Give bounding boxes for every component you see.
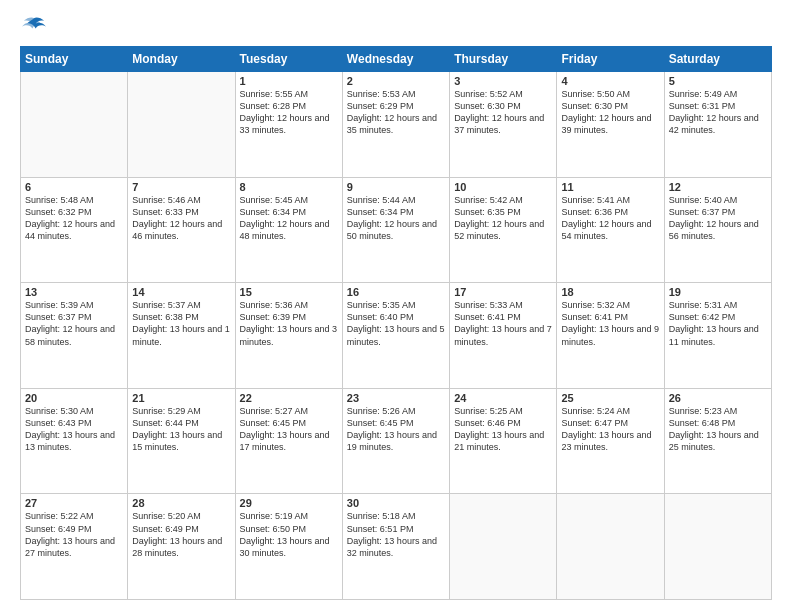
day-info: Sunrise: 5:35 AM Sunset: 6:40 PM Dayligh… — [347, 299, 445, 348]
day-number: 29 — [240, 497, 338, 509]
calendar-cell: 29Sunrise: 5:19 AM Sunset: 6:50 PM Dayli… — [235, 494, 342, 600]
day-info: Sunrise: 5:52 AM Sunset: 6:30 PM Dayligh… — [454, 88, 552, 137]
day-number: 1 — [240, 75, 338, 87]
day-number: 24 — [454, 392, 552, 404]
day-number: 2 — [347, 75, 445, 87]
day-number: 14 — [132, 286, 230, 298]
day-number: 3 — [454, 75, 552, 87]
calendar-week-4: 20Sunrise: 5:30 AM Sunset: 6:43 PM Dayli… — [21, 388, 772, 494]
day-number: 18 — [561, 286, 659, 298]
day-info: Sunrise: 5:29 AM Sunset: 6:44 PM Dayligh… — [132, 405, 230, 454]
calendar-cell: 20Sunrise: 5:30 AM Sunset: 6:43 PM Dayli… — [21, 388, 128, 494]
calendar-cell — [21, 72, 128, 178]
weekday-header-sunday: Sunday — [21, 47, 128, 72]
day-info: Sunrise: 5:22 AM Sunset: 6:49 PM Dayligh… — [25, 510, 123, 559]
day-number: 12 — [669, 181, 767, 193]
day-info: Sunrise: 5:19 AM Sunset: 6:50 PM Dayligh… — [240, 510, 338, 559]
weekday-header-friday: Friday — [557, 47, 664, 72]
day-number: 26 — [669, 392, 767, 404]
day-number: 19 — [669, 286, 767, 298]
day-number: 21 — [132, 392, 230, 404]
day-info: Sunrise: 5:32 AM Sunset: 6:41 PM Dayligh… — [561, 299, 659, 348]
calendar-cell: 16Sunrise: 5:35 AM Sunset: 6:40 PM Dayli… — [342, 283, 449, 389]
calendar-cell — [450, 494, 557, 600]
calendar-cell — [128, 72, 235, 178]
calendar-cell: 24Sunrise: 5:25 AM Sunset: 6:46 PM Dayli… — [450, 388, 557, 494]
calendar-cell: 17Sunrise: 5:33 AM Sunset: 6:41 PM Dayli… — [450, 283, 557, 389]
calendar-cell: 27Sunrise: 5:22 AM Sunset: 6:49 PM Dayli… — [21, 494, 128, 600]
day-info: Sunrise: 5:25 AM Sunset: 6:46 PM Dayligh… — [454, 405, 552, 454]
day-number: 7 — [132, 181, 230, 193]
day-number: 11 — [561, 181, 659, 193]
day-info: Sunrise: 5:45 AM Sunset: 6:34 PM Dayligh… — [240, 194, 338, 243]
day-info: Sunrise: 5:24 AM Sunset: 6:47 PM Dayligh… — [561, 405, 659, 454]
logo-bird-icon — [22, 16, 46, 36]
calendar-table: SundayMondayTuesdayWednesdayThursdayFrid… — [20, 46, 772, 600]
day-number: 15 — [240, 286, 338, 298]
day-number: 9 — [347, 181, 445, 193]
weekday-header-tuesday: Tuesday — [235, 47, 342, 72]
calendar-cell: 2Sunrise: 5:53 AM Sunset: 6:29 PM Daylig… — [342, 72, 449, 178]
calendar-cell: 3Sunrise: 5:52 AM Sunset: 6:30 PM Daylig… — [450, 72, 557, 178]
day-info: Sunrise: 5:49 AM Sunset: 6:31 PM Dayligh… — [669, 88, 767, 137]
day-number: 10 — [454, 181, 552, 193]
day-info: Sunrise: 5:37 AM Sunset: 6:38 PM Dayligh… — [132, 299, 230, 348]
day-info: Sunrise: 5:23 AM Sunset: 6:48 PM Dayligh… — [669, 405, 767, 454]
calendar-cell: 13Sunrise: 5:39 AM Sunset: 6:37 PM Dayli… — [21, 283, 128, 389]
calendar-cell: 7Sunrise: 5:46 AM Sunset: 6:33 PM Daylig… — [128, 177, 235, 283]
calendar-cell: 14Sunrise: 5:37 AM Sunset: 6:38 PM Dayli… — [128, 283, 235, 389]
calendar-week-1: 1Sunrise: 5:55 AM Sunset: 6:28 PM Daylig… — [21, 72, 772, 178]
day-info: Sunrise: 5:18 AM Sunset: 6:51 PM Dayligh… — [347, 510, 445, 559]
calendar-cell: 15Sunrise: 5:36 AM Sunset: 6:39 PM Dayli… — [235, 283, 342, 389]
logo — [20, 18, 46, 38]
calendar-cell: 28Sunrise: 5:20 AM Sunset: 6:49 PM Dayli… — [128, 494, 235, 600]
calendar-week-2: 6Sunrise: 5:48 AM Sunset: 6:32 PM Daylig… — [21, 177, 772, 283]
day-number: 13 — [25, 286, 123, 298]
day-info: Sunrise: 5:44 AM Sunset: 6:34 PM Dayligh… — [347, 194, 445, 243]
day-info: Sunrise: 5:39 AM Sunset: 6:37 PM Dayligh… — [25, 299, 123, 348]
day-number: 22 — [240, 392, 338, 404]
calendar-cell: 1Sunrise: 5:55 AM Sunset: 6:28 PM Daylig… — [235, 72, 342, 178]
calendar-cell: 25Sunrise: 5:24 AM Sunset: 6:47 PM Dayli… — [557, 388, 664, 494]
calendar-cell: 26Sunrise: 5:23 AM Sunset: 6:48 PM Dayli… — [664, 388, 771, 494]
weekday-header-wednesday: Wednesday — [342, 47, 449, 72]
calendar-header-row: SundayMondayTuesdayWednesdayThursdayFrid… — [21, 47, 772, 72]
day-info: Sunrise: 5:41 AM Sunset: 6:36 PM Dayligh… — [561, 194, 659, 243]
weekday-header-saturday: Saturday — [664, 47, 771, 72]
calendar-cell: 30Sunrise: 5:18 AM Sunset: 6:51 PM Dayli… — [342, 494, 449, 600]
day-number: 25 — [561, 392, 659, 404]
header — [20, 18, 772, 38]
calendar-week-5: 27Sunrise: 5:22 AM Sunset: 6:49 PM Dayli… — [21, 494, 772, 600]
calendar-cell: 21Sunrise: 5:29 AM Sunset: 6:44 PM Dayli… — [128, 388, 235, 494]
calendar-cell: 22Sunrise: 5:27 AM Sunset: 6:45 PM Dayli… — [235, 388, 342, 494]
weekday-header-monday: Monday — [128, 47, 235, 72]
page: SundayMondayTuesdayWednesdayThursdayFrid… — [0, 0, 792, 612]
day-number: 16 — [347, 286, 445, 298]
calendar-cell: 10Sunrise: 5:42 AM Sunset: 6:35 PM Dayli… — [450, 177, 557, 283]
calendar-cell: 11Sunrise: 5:41 AM Sunset: 6:36 PM Dayli… — [557, 177, 664, 283]
day-info: Sunrise: 5:27 AM Sunset: 6:45 PM Dayligh… — [240, 405, 338, 454]
weekday-header-thursday: Thursday — [450, 47, 557, 72]
calendar-cell: 4Sunrise: 5:50 AM Sunset: 6:30 PM Daylig… — [557, 72, 664, 178]
day-info: Sunrise: 5:48 AM Sunset: 6:32 PM Dayligh… — [25, 194, 123, 243]
day-info: Sunrise: 5:26 AM Sunset: 6:45 PM Dayligh… — [347, 405, 445, 454]
day-number: 20 — [25, 392, 123, 404]
day-info: Sunrise: 5:42 AM Sunset: 6:35 PM Dayligh… — [454, 194, 552, 243]
calendar-cell: 23Sunrise: 5:26 AM Sunset: 6:45 PM Dayli… — [342, 388, 449, 494]
day-info: Sunrise: 5:20 AM Sunset: 6:49 PM Dayligh… — [132, 510, 230, 559]
day-number: 28 — [132, 497, 230, 509]
day-info: Sunrise: 5:50 AM Sunset: 6:30 PM Dayligh… — [561, 88, 659, 137]
day-info: Sunrise: 5:36 AM Sunset: 6:39 PM Dayligh… — [240, 299, 338, 348]
calendar-cell — [557, 494, 664, 600]
day-info: Sunrise: 5:46 AM Sunset: 6:33 PM Dayligh… — [132, 194, 230, 243]
calendar-cell: 19Sunrise: 5:31 AM Sunset: 6:42 PM Dayli… — [664, 283, 771, 389]
day-number: 23 — [347, 392, 445, 404]
calendar-week-3: 13Sunrise: 5:39 AM Sunset: 6:37 PM Dayli… — [21, 283, 772, 389]
day-number: 8 — [240, 181, 338, 193]
day-number: 17 — [454, 286, 552, 298]
day-number: 27 — [25, 497, 123, 509]
day-info: Sunrise: 5:40 AM Sunset: 6:37 PM Dayligh… — [669, 194, 767, 243]
calendar-cell: 12Sunrise: 5:40 AM Sunset: 6:37 PM Dayli… — [664, 177, 771, 283]
calendar-cell: 9Sunrise: 5:44 AM Sunset: 6:34 PM Daylig… — [342, 177, 449, 283]
day-info: Sunrise: 5:31 AM Sunset: 6:42 PM Dayligh… — [669, 299, 767, 348]
